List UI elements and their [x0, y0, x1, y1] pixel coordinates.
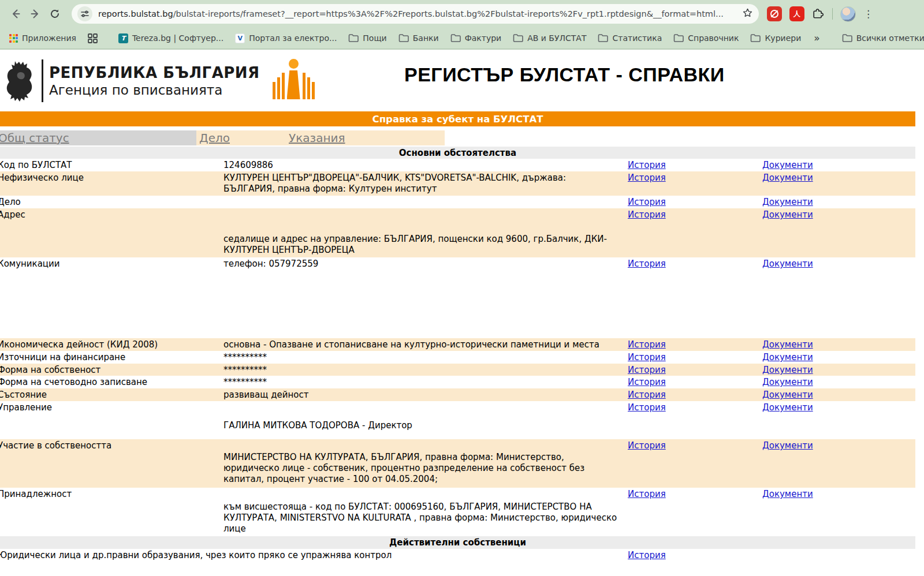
bookmark-label: Куриери — [765, 33, 801, 43]
bookmark-star-button[interactable] — [742, 8, 753, 21]
table-row: Адресседалище и адрес на управление: БЪЛ… — [0, 208, 915, 257]
bookmark-label: Приложения — [22, 33, 76, 43]
row-label: Източници на финансиране — [0, 352, 125, 362]
documents-link[interactable]: Документи — [762, 377, 813, 387]
star-icon — [742, 8, 753, 18]
bookmark-item[interactable]: Всички отметки — [837, 31, 924, 45]
folder-icon — [750, 33, 761, 43]
bookmark-item[interactable]: TTereza.bg | Софтуер... — [114, 31, 228, 46]
documents-link[interactable]: Документи — [762, 197, 813, 207]
documents-link[interactable]: Документи — [762, 402, 813, 413]
forward-button[interactable] — [25, 4, 45, 24]
documents-link[interactable]: Документи — [762, 210, 813, 220]
folder-icon — [513, 33, 523, 43]
row-value: ********** — [223, 365, 617, 376]
bookmark-item[interactable]: АВ и БУЛСТАТ — [508, 31, 591, 45]
table-row: Принадлежносткъм висшестояща - код по БУ… — [0, 488, 915, 536]
bookmarks-overflow-button[interactable]: » — [808, 32, 825, 44]
history-link[interactable]: История — [628, 365, 666, 375]
report-table: Основни обстоятелстваКод по БУЛСТАТ12460… — [0, 147, 924, 573]
url-domain: reports.bulstat.bg — [98, 9, 173, 18]
extensions-button[interactable] — [812, 6, 825, 21]
bulstat-report-page: РЕПУБЛИКА БЪЛГАРИЯ Агенция по вписваният… — [0, 50, 924, 573]
tab-ukazania[interactable]: Указания — [289, 131, 345, 145]
table-row: Форма на собственост**********ИсторияДок… — [0, 364, 915, 376]
history-link[interactable]: История — [628, 440, 666, 451]
agency-name-line1: РЕПУБЛИКА БЪЛГАРИЯ — [49, 64, 260, 81]
row-label: Икономическа дейност (КИД 2008) — [0, 339, 158, 350]
reload-button[interactable] — [45, 4, 65, 24]
section-header: Действителни собственици — [0, 536, 915, 549]
tab-delo[interactable]: Дело — [199, 131, 230, 145]
history-link[interactable]: История — [628, 377, 666, 387]
row-label: Адрес — [0, 210, 25, 220]
reload-icon — [49, 8, 61, 20]
bookmark-item[interactable]: Куриери — [746, 31, 806, 45]
bookmark-label: Портал за електро... — [249, 33, 337, 43]
folder-icon — [348, 33, 359, 43]
history-link[interactable]: История — [628, 160, 666, 170]
history-link[interactable]: История — [628, 173, 666, 183]
profile-avatar[interactable] — [840, 6, 856, 22]
documents-link[interactable]: Документи — [762, 440, 813, 451]
bookmark-item[interactable]: Приложения — [5, 31, 81, 45]
row-value: ГАЛИНА МИТКОВА ТОДОРОВА - Директор — [223, 420, 617, 431]
documents-link[interactable]: Документи — [762, 489, 813, 499]
pdf-extension-icon[interactable]: 人 — [789, 6, 804, 21]
bookmark-label: » — [814, 32, 819, 44]
report-banner: Справка за субект на БУЛСТАТ — [0, 111, 915, 126]
section-header: Основни обстоятелства — [0, 147, 915, 159]
adblock-extension-icon[interactable] — [767, 6, 782, 21]
bookmark-item[interactable]: Пощи — [344, 31, 391, 45]
history-link[interactable]: История — [628, 390, 666, 400]
folder-icon — [673, 33, 684, 43]
history-link[interactable]: История — [628, 259, 666, 269]
bookmark-item[interactable]: Статистика — [593, 31, 666, 45]
section-header-text: Основни обстоятелства — [399, 148, 516, 158]
url-path: /bulstat-ireports/frameset?__report=http… — [173, 9, 724, 18]
site-settings-button[interactable] — [77, 6, 92, 21]
table-row: Източници на финансиране**********Истори… — [0, 351, 915, 364]
bookmark-item[interactable]: VПортал за електро... — [230, 31, 341, 46]
folder-icon — [598, 33, 608, 43]
bookmark-label: Пощи — [363, 33, 386, 43]
bookmark-label: АВ и БУЛСТАТ — [527, 33, 586, 43]
history-link[interactable]: История — [628, 550, 666, 560]
history-link[interactable]: История — [628, 339, 666, 350]
documents-link[interactable]: Документи — [762, 365, 813, 375]
bookmark-item[interactable]: Справочник — [669, 31, 743, 45]
table-row: Състояниеразвиващ дейностИсторияДокумент… — [0, 388, 915, 401]
url-text[interactable]: reports.bulstat.bg/bulstat-ireports/fram… — [98, 9, 737, 18]
history-link[interactable]: История — [628, 402, 666, 413]
documents-link[interactable]: Документи — [762, 259, 813, 269]
bookmark-label: Всички отметки — [856, 33, 924, 43]
history-link[interactable]: История — [628, 197, 666, 207]
history-link[interactable]: История — [628, 489, 666, 499]
registry-agency-mark-icon — [268, 59, 318, 103]
bookmark-item[interactable]: Фактури — [446, 31, 506, 45]
documents-link[interactable]: Документи — [762, 173, 813, 183]
table-row: Форма на счетоводно записване**********И… — [0, 376, 915, 388]
documents-link[interactable]: Документи — [762, 390, 813, 400]
documents-link[interactable]: Документи — [762, 352, 813, 362]
documents-link[interactable]: Документи — [762, 339, 813, 350]
bookmark-item[interactable] — [83, 31, 102, 46]
bookmark-label: Справочник — [688, 33, 739, 43]
row-value: ********** — [223, 377, 617, 388]
tab-bar: Общ статус Дело Указания — [0, 130, 915, 145]
bookmarks-bar: ПриложенияTTereza.bg | Софтуер...VПортал… — [0, 28, 924, 50]
folder-icon — [398, 33, 409, 43]
history-link[interactable]: История — [628, 210, 666, 220]
coat-of-arms-lion-icon — [3, 58, 37, 104]
table-row: ДелоИсторияДокументи — [0, 196, 915, 208]
browser-menu-button[interactable]: ⋮ — [863, 9, 873, 19]
row-label: Форма на счетоводно записване — [0, 377, 147, 387]
address-bar[interactable]: reports.bulstat.bg/bulstat-ireports/fram… — [72, 4, 759, 24]
history-link[interactable]: История — [628, 352, 666, 362]
back-button[interactable] — [6, 4, 25, 24]
tab-obsht-status[interactable]: Общ статус — [0, 131, 69, 145]
tiles-grid-icon — [88, 33, 98, 43]
bookmark-item[interactable]: Банки — [394, 31, 444, 45]
back-arrow-icon — [10, 8, 21, 20]
documents-link[interactable]: Документи — [762, 160, 813, 170]
